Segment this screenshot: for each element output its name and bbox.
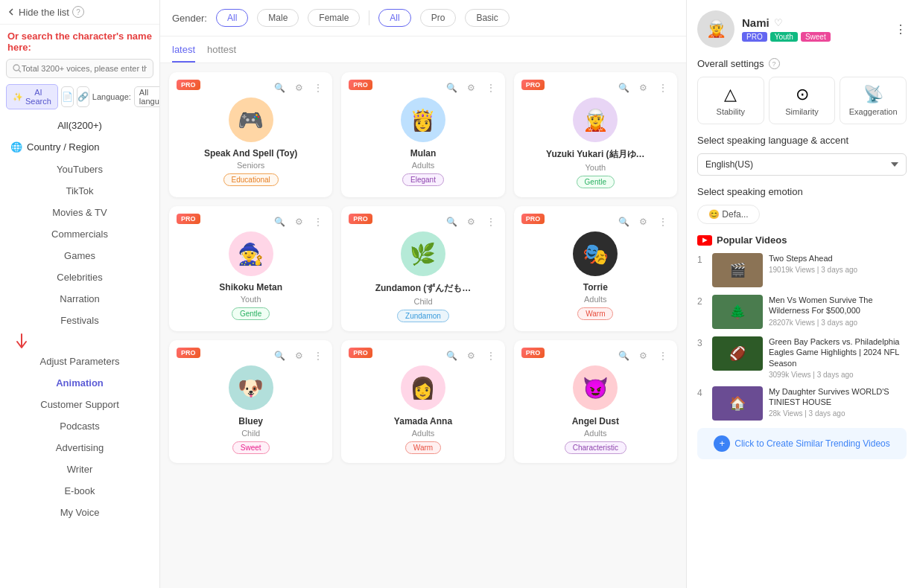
video-item-3[interactable]: 3 🏈 Green Bay Packers vs. Philadelphia E… <box>697 336 907 379</box>
globe-icon: 🌐 <box>10 141 22 153</box>
settings-card-icon[interactable]: ⚙ <box>635 214 652 230</box>
video-item-2[interactable]: 2 🌲 Men Vs Women Survive The Wilderness … <box>697 295 907 329</box>
settings-card-icon[interactable]: ⚙ <box>291 214 307 230</box>
search-card-icon[interactable]: 🔍 <box>271 214 288 230</box>
search-card-icon[interactable]: 🔍 <box>616 80 632 96</box>
search-card-icon[interactable]: 🔍 <box>444 80 460 96</box>
video-info: Men Vs Women Survive The Wilderness For … <box>769 295 907 327</box>
search-input[interactable] <box>22 64 147 73</box>
sidebar-item-tiktok[interactable]: TikTok <box>0 180 159 202</box>
settings-card-icon[interactable]: ⚙ <box>635 348 652 364</box>
settings-card-icon[interactable]: ⚙ <box>291 348 307 364</box>
svg-line-1 <box>19 70 21 72</box>
more-card-icon[interactable]: ⋮ <box>655 80 671 96</box>
more-card-icon[interactable]: ⋮ <box>483 80 499 96</box>
gender-male-button[interactable]: Male <box>257 9 299 27</box>
emotion-section: Select speaking emotion 😊 Defa... <box>697 186 907 224</box>
stability-card[interactable]: △ Stability <box>697 77 764 124</box>
more-card-icon[interactable]: ⋮ <box>483 214 499 230</box>
voice-search-box[interactable] <box>6 59 153 78</box>
more-options-icon[interactable]: ⋮ <box>895 22 907 36</box>
video-thumbnail: 🏠 <box>712 386 763 421</box>
search-card-icon[interactable]: 🔍 <box>444 348 460 364</box>
more-card-icon[interactable]: ⋮ <box>310 80 326 96</box>
gender-all-button[interactable]: All <box>216 9 248 27</box>
user-info: Nami ♡ PRO Youth Sweet <box>742 16 887 42</box>
search-card-icon[interactable]: 🔍 <box>616 348 632 364</box>
video-item-4[interactable]: 4 🏠 My Daughter Survives WORLD'S TINIEST… <box>697 386 907 421</box>
sidebar-item-adjust-params[interactable]: Adjust Parameters <box>0 351 159 372</box>
settings-card-icon[interactable]: ⚙ <box>635 80 652 96</box>
voice-card-mulan: PRO 🔍 ⚙ ⋮ 👸 Mulan Adults Elegant <box>341 72 504 197</box>
file-icon-button[interactable]: 📄 <box>61 86 74 107</box>
pro-badge: PRO <box>177 348 200 358</box>
exaggeration-card[interactable]: 📡 Exaggeration <box>840 77 907 124</box>
main-content: Gender: All Male Female All Pro Basic la… <box>160 0 686 588</box>
search-icon <box>13 64 22 73</box>
sidebar-item-customer-support[interactable]: Customer Support <box>0 394 159 415</box>
video-thumbnail: 🌲 <box>712 295 763 329</box>
voice-tag: Sweet <box>178 441 323 454</box>
more-card-icon[interactable]: ⋮ <box>310 348 326 364</box>
search-card-icon[interactable]: 🔍 <box>444 214 460 230</box>
video-number: 3 <box>697 336 706 348</box>
voice-age: Adults <box>350 161 495 170</box>
language-select[interactable]: English(US) <box>697 153 907 176</box>
sidebar-item-celebrities[interactable]: Celebrities <box>0 266 159 288</box>
card-actions: 🔍 ⚙ ⋮ <box>616 214 671 230</box>
country-region-label: Country / Region <box>27 141 100 153</box>
emotion-button[interactable]: 😊 Defa... <box>697 205 760 224</box>
create-icon: + <box>714 435 730 452</box>
gender-female-button[interactable]: Female <box>308 9 360 27</box>
search-card-icon[interactable]: 🔍 <box>616 214 632 230</box>
sidebar-item-my-voice[interactable]: My Voice <box>0 502 159 523</box>
settings-card-icon[interactable]: ⚙ <box>463 80 480 96</box>
sidebar-item-advertising[interactable]: Advertising <box>0 437 159 458</box>
video-number: 2 <box>697 295 706 307</box>
video-info: Two Steps Ahead 19019k Views | 3 days ag… <box>769 253 907 274</box>
sidebar-item-festivals[interactable]: Festivals <box>0 310 159 331</box>
sidebar-item-youtubers[interactable]: YouTubers <box>0 159 159 180</box>
video-meta: 28207k Views | 3 days ago <box>769 319 907 327</box>
card-actions: 🔍 ⚙ ⋮ <box>616 348 671 364</box>
country-region-header[interactable]: 🌐 Country / Region <box>0 135 159 159</box>
heart-icon[interactable]: ♡ <box>774 17 783 28</box>
voice-name: Shikoku Metan <box>178 282 323 293</box>
more-card-icon[interactable]: ⋮ <box>310 214 326 230</box>
create-trending-button[interactable]: + Click to Create Similar Trending Video… <box>697 428 907 459</box>
type-all-button[interactable]: All <box>378 9 410 27</box>
sidebar-item-games[interactable]: Games <box>0 245 159 266</box>
more-card-icon[interactable]: ⋮ <box>655 214 671 230</box>
sidebar-item-ebook[interactable]: E-book <box>0 480 159 502</box>
sidebar-item-narration[interactable]: Narration <box>0 288 159 310</box>
video-item-1[interactable]: 1 🎬 Two Steps Ahead 19019k Views | 3 day… <box>697 253 907 287</box>
sidebar-item-movies-tv[interactable]: Movies & TV <box>0 202 159 223</box>
type-basic-button[interactable]: Basic <box>465 9 509 27</box>
language-dropdown-btn[interactable]: All languages(44+) ▾ <box>134 86 160 107</box>
settings-card-icon[interactable]: ⚙ <box>463 214 480 230</box>
voice-tag: Gentle <box>523 176 668 188</box>
sidebar-item-commercials[interactable]: Commercials <box>0 223 159 245</box>
type-pro-button[interactable]: Pro <box>420 9 457 27</box>
link-icon-button[interactable]: 🔗 <box>77 86 89 107</box>
more-card-icon[interactable]: ⋮ <box>483 348 499 364</box>
search-card-icon[interactable]: 🔍 <box>271 80 288 96</box>
similarity-card[interactable]: ⊙ Similarity <box>769 77 836 124</box>
sidebar-item-writer[interactable]: Writer <box>0 458 159 480</box>
hide-list-button[interactable]: Hide the list ? <box>0 0 159 25</box>
voice-avatar: 🎭 <box>573 231 618 276</box>
ai-search-button[interactable]: ✨ AI Search <box>6 84 58 109</box>
settings-grid: △ Stability ⊙ Similarity 📡 Exaggeration <box>697 77 907 124</box>
tab-hottest[interactable]: hottest <box>207 44 236 63</box>
settings-card-icon[interactable]: ⚙ <box>463 348 480 364</box>
help-icon[interactable]: ? <box>769 58 780 69</box>
more-card-icon[interactable]: ⋮ <box>655 348 671 364</box>
all-count-item[interactable]: All(3200+) <box>0 115 159 135</box>
sidebar-item-animation[interactable]: Animation <box>0 372 159 394</box>
settings-card-icon[interactable]: ⚙ <box>291 80 307 96</box>
sidebar-item-podcasts[interactable]: Podcasts <box>0 415 159 437</box>
sidebar: Hide the list ? Or search the character'… <box>0 0 160 588</box>
search-card-icon[interactable]: 🔍 <box>271 348 288 364</box>
tab-latest[interactable]: latest <box>172 44 195 63</box>
voice-tag: Educational <box>178 173 323 186</box>
